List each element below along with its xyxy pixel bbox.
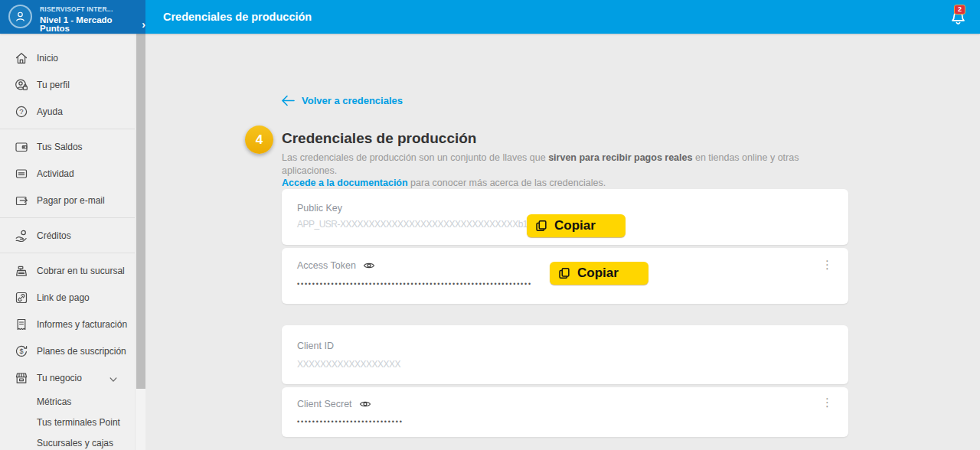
reports-icon xyxy=(14,317,29,332)
sidebar-item-pagar-por-email[interactable]: Pagar por e-mail xyxy=(0,187,145,214)
pay-by-email-icon xyxy=(14,193,29,208)
back-to-credentials-link[interactable]: Volver a credenciales xyxy=(282,95,403,106)
client-id-card: Client ID XXXXXXXXXXXXXXXXXX xyxy=(282,325,848,384)
sidebar: Inicio Tu perfil ? Ayuda xyxy=(0,34,145,450)
client-secret-value: •••••••••••••••••••••••••••• xyxy=(297,418,403,426)
sidebar-subitem-label: Sucursales y cajas xyxy=(37,438,113,448)
sidebar-divider xyxy=(0,217,135,218)
sidebar-item-label: Créditos xyxy=(37,230,71,241)
sidebar-subitem-metricas[interactable]: Métricas xyxy=(0,391,145,412)
sidebar-item-label: Pagar por e-mail xyxy=(37,195,105,206)
sidebar-item-cobrar-en-tu-sucursal[interactable]: Cobrar en tu sucursal xyxy=(0,257,145,284)
sidebar-scrollbar-thumb[interactable] xyxy=(136,34,145,389)
sidebar-subitem-sucursales-y-cajas[interactable]: Sucursales y cajas xyxy=(0,432,145,450)
home-icon xyxy=(14,51,29,66)
sidebar-item-label: Planes de suscripción xyxy=(37,346,126,357)
arrow-left-icon xyxy=(282,95,295,106)
copy-access-token-button[interactable]: Copiar xyxy=(550,262,648,285)
account-switcher[interactable]: RISERVISOFT INTER... Nivel 1 - Mercado P… xyxy=(0,0,145,34)
profile-icon xyxy=(14,77,29,93)
documentation-link[interactable]: Accede a la documentación xyxy=(282,178,408,188)
content-title: Credenciales de producción xyxy=(282,130,476,147)
notification-badge: 2 xyxy=(954,5,965,15)
sidebar-item-tu-perfil[interactable]: Tu perfil xyxy=(0,71,145,98)
copy-public-key-button[interactable]: Copiar xyxy=(527,214,626,237)
sidebar-item-inicio[interactable]: Inicio xyxy=(0,44,145,71)
client-secret-label: Client Secret xyxy=(297,399,352,409)
access-token-card: Access Token •••••••••••••••••••••••••••… xyxy=(282,248,848,304)
subscription-plans-icon: $ xyxy=(14,344,29,359)
chevron-right-icon: › xyxy=(142,21,145,28)
help-icon: ? xyxy=(14,104,29,119)
activity-icon xyxy=(14,166,29,181)
sidebar-item-link-de-pago[interactable]: Link de pago xyxy=(0,284,145,311)
notifications-button[interactable]: 2 xyxy=(949,8,969,28)
top-bar: RISERVISOFT INTER... Nivel 1 - Mercado P… xyxy=(0,0,980,34)
account-name: RISERVISOFT INTER... xyxy=(40,6,145,13)
page-title: Credenciales de producción xyxy=(163,0,312,34)
sidebar-subitem-label: Tus terminales Point xyxy=(37,417,120,428)
cash-register-icon xyxy=(14,263,29,279)
store-icon xyxy=(14,370,29,386)
sidebar-item-label: Inicio xyxy=(37,53,58,64)
access-token-value: ••••••••••••••••••••••••••••••••••••••••… xyxy=(297,280,532,288)
sidebar-subitem-label: Métricas xyxy=(37,396,71,407)
sidebar-item-label: Tu negocio xyxy=(37,373,82,383)
svg-text:$: $ xyxy=(19,347,23,355)
access-token-menu-kebab-icon[interactable]: ⋮ xyxy=(822,259,833,270)
sidebar-divider xyxy=(0,129,135,129)
copy-icon xyxy=(557,266,571,280)
main-content: Volver a credenciales 4 Credenciales de … xyxy=(145,34,980,450)
sidebar-item-label: Cobrar en tu sucursal xyxy=(37,266,125,276)
sidebar-item-label: Tu perfil xyxy=(37,80,70,90)
sidebar-subitem-tus-terminales-point[interactable]: Tus terminales Point xyxy=(0,412,145,432)
public-key-value: APP_USR-XXXXXXXXXXXXXXXXXXXXXXXXXXXXXXXb… xyxy=(297,219,528,230)
wallet-icon xyxy=(14,139,29,155)
public-key-card: Public Key APP_USR-XXXXXXXXXXXXXXXXXXXXX… xyxy=(282,189,848,245)
sidebar-item-label: Link de pago xyxy=(37,292,90,303)
sidebar-item-label: Ayuda xyxy=(37,106,63,117)
sidebar-scrollbar-track[interactable] xyxy=(135,34,145,450)
sidebar-item-label: Informes y facturación xyxy=(37,319,127,330)
sidebar-item-tus-saldos[interactable]: Tus Saldos xyxy=(0,133,145,160)
step-badge: 4 xyxy=(245,126,273,154)
sidebar-item-tu-negocio[interactable]: Tu negocio xyxy=(0,364,145,391)
client-id-label: Client ID xyxy=(297,341,334,351)
avatar xyxy=(8,5,32,28)
app-window: RISERVISOFT INTER... Nivel 1 - Mercado P… xyxy=(0,0,980,450)
svg-text:?: ? xyxy=(19,107,23,116)
chevron-down-icon xyxy=(109,373,118,387)
sidebar-item-label: Actividad xyxy=(37,168,74,179)
access-token-label: Access Token xyxy=(297,260,356,271)
sidebar-divider xyxy=(0,253,135,253)
sidebar-item-informes-y-facturacion[interactable]: Informes y facturación xyxy=(0,311,145,338)
client-id-value: XXXXXXXXXXXXXXXXXX xyxy=(297,359,400,370)
sidebar-item-label: Tus Saldos xyxy=(37,142,83,152)
credits-icon xyxy=(14,228,29,243)
sidebar-item-creditos[interactable]: Créditos xyxy=(0,222,145,249)
user-icon xyxy=(14,10,27,23)
payment-link-icon xyxy=(14,290,29,305)
sidebar-item-ayuda[interactable]: ? Ayuda xyxy=(0,98,145,125)
client-secret-menu-kebab-icon[interactable]: ⋮ xyxy=(822,396,833,408)
sidebar-item-planes-de-suscripcion[interactable]: $ Planes de suscripción xyxy=(0,338,145,364)
intro-text: Las credenciales de producción son un co… xyxy=(282,152,841,190)
account-text: RISERVISOFT INTER... Nivel 1 - Mercado P… xyxy=(40,6,145,34)
sidebar-item-actividad[interactable]: Actividad xyxy=(0,160,145,187)
show-client-secret-eye-icon[interactable] xyxy=(359,399,371,409)
account-level: Nivel 1 - Mercado Puntos › xyxy=(40,16,145,34)
copy-icon xyxy=(534,219,548,233)
public-key-label: Public Key xyxy=(297,203,342,214)
client-secret-card: Client Secret ••••••••••••••••••••••••••… xyxy=(282,387,848,437)
show-access-token-eye-icon[interactable] xyxy=(363,260,375,271)
